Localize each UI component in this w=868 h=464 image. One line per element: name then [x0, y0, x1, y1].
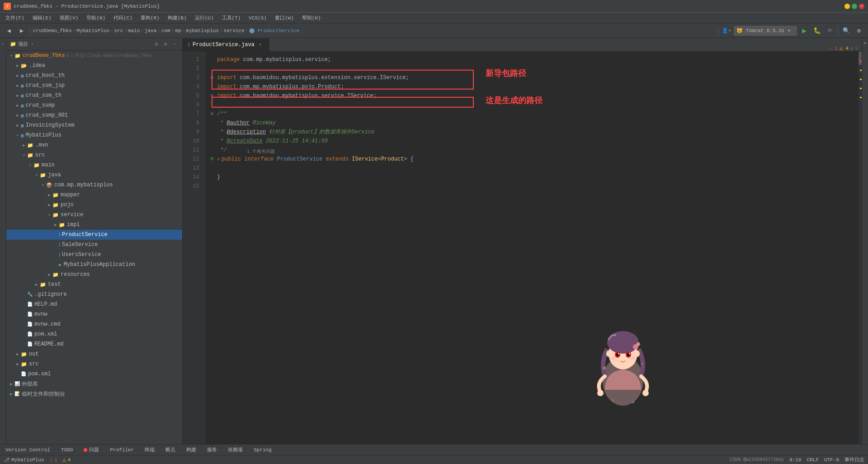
panel-close-button[interactable]: − [170, 40, 179, 48]
tab-issues[interactable]: 问题 [82, 445, 101, 454]
status-errors-item[interactable]: ⚠ 1 [50, 457, 57, 463]
search-button[interactable]: 🔍 [841, 25, 852, 36]
breadcrumb-main[interactable]: main [128, 28, 140, 33]
tree-package[interactable]: ▾ 📦 com.mp.mybatisplus [6, 180, 182, 190]
breadcrumb-service[interactable]: service [224, 28, 245, 33]
tab-spring[interactable]: Spring [252, 446, 274, 454]
menu-build[interactable]: 构建(B) [164, 14, 190, 22]
status-eventlog[interactable]: 事件日志 [844, 456, 864, 463]
tab-dependencies[interactable]: 依赖项 [226, 445, 245, 454]
breadcrumb-mp[interactable]: mp [175, 28, 181, 33]
minimize-button[interactable]: − [844, 4, 850, 9]
tree-pojo[interactable]: ▶ 📁 pojo [6, 200, 182, 210]
tab-close-button[interactable]: × [257, 42, 264, 48]
tree-crud-ssm-th[interactable]: ▶ ▣ crud_ssm_th [6, 90, 182, 100]
breadcrumb-com[interactable]: com [161, 28, 170, 33]
close-button[interactable]: × [859, 4, 864, 9]
editor-tab-productservice[interactable]: Ⅰ ProductService.java × [183, 38, 269, 51]
tree-usersservice[interactable]: Ⅰ UsersService [6, 250, 182, 260]
breadcrumb-java[interactable]: java [145, 28, 156, 33]
tree-invoicing[interactable]: ▶ ▣ InvoicingSystem [6, 120, 182, 130]
tree-impl[interactable]: ▶ 📁 impl [6, 220, 182, 230]
menu-edit[interactable]: 编辑(E) [29, 14, 55, 22]
tab-services[interactable]: 服务 [205, 445, 219, 454]
tree-crud-ssm-jsp[interactable]: ▶ ▣ crud_ssm_jsp [6, 80, 182, 90]
tree-test[interactable]: ▶ 📁 test [6, 279, 182, 289]
code-editor[interactable]: 1 2 3 4 5 6 7 8 9 10 11 12 13 14 15 [183, 52, 862, 444]
run-button[interactable]: ▶ [799, 25, 810, 36]
tree-mvn[interactable]: ▶ 📁 .mvn [6, 140, 182, 150]
code-content[interactable]: package com.mp.mybatisplus.service; ⊟ im… [205, 52, 858, 444]
sidebar-icon-1[interactable]: ▶ [0, 40, 6, 49]
breadcrumb-root[interactable]: crudDemo_fbks [33, 28, 72, 33]
tree-pom-root[interactable]: 📄 pom.xml [6, 369, 182, 379]
tree-saleservice[interactable]: Ⅰ SaleService [6, 240, 182, 250]
tab-version-control[interactable]: Version Control [4, 446, 52, 454]
tree-readme[interactable]: 📄 README.md [6, 339, 182, 349]
panel-dropdown-icon[interactable]: ▾ [31, 41, 34, 47]
tree-crud-ssmp[interactable]: ▶ ▣ crud_ssmp [6, 100, 182, 110]
tree-idea[interactable]: ▶ 📂 .idea [6, 61, 182, 71]
status-warnings-item[interactable]: △ 4 [63, 457, 71, 463]
build-button[interactable]: ⟳ [824, 25, 835, 36]
menu-help[interactable]: 帮助(H) [298, 14, 325, 22]
collapse-all-button[interactable]: ⊟ [152, 40, 160, 48]
tree-gitignore[interactable]: 🔧 .gitignore [6, 289, 182, 299]
tree-service[interactable]: ▾ 📁 service [6, 210, 182, 220]
tree-help[interactable]: 📄 HELP.md [6, 299, 182, 309]
tree-pom[interactable]: 📄 pom.xml [6, 329, 182, 339]
expand-icon[interactable]: ∧ [850, 45, 854, 51]
forward-button[interactable]: ▶ [16, 25, 27, 36]
status-encoding[interactable]: UTF-8 [824, 457, 839, 463]
tree-crud-ssmp-001[interactable]: ▶ ▣ crud_ssmp_001 [6, 110, 182, 120]
menu-view[interactable]: 视图(V) [56, 14, 82, 22]
tree-crud-boot[interactable]: ▶ ▣ crud_boot_th [6, 71, 182, 80]
breadcrumb-src[interactable]: src [114, 28, 123, 33]
debug-button[interactable]: 🐛 [811, 25, 822, 36]
tree-mvnw[interactable]: 📄 mvnw [6, 309, 182, 319]
scrollbar-thumb[interactable] [859, 52, 862, 65]
menu-window[interactable]: 窗口(W) [271, 14, 297, 22]
tree-resources[interactable]: ▶ 📁 resources [6, 270, 182, 279]
rs-icon-1[interactable]: ▲ [863, 40, 867, 46]
profile-button[interactable]: 👤▾ [721, 25, 732, 36]
tree-productservice[interactable]: Ⅰ ProductService [6, 230, 182, 240]
tree-mvnw-cmd[interactable]: 📄 mvnw.cmd [6, 319, 182, 329]
editor-scrollbar[interactable] [858, 52, 862, 444]
menu-refactor[interactable]: 重构(R) [137, 14, 163, 22]
tree-src-root[interactable]: ▶ 📁 src [6, 359, 182, 369]
run-config-selector[interactable]: 🐱 Tomcat 8.5.31 ▾ [734, 26, 797, 36]
menu-vcs[interactable]: VCS(S) [245, 14, 270, 22]
breadcrumb-mybatisplus[interactable]: mybatisplus [186, 28, 219, 33]
menu-code[interactable]: 代码(C) [110, 14, 136, 22]
status-crlf[interactable]: CRLF [807, 457, 819, 463]
tree-scratch[interactable]: ▶ 📝 临时文件和控制台 [6, 389, 182, 399]
tab-terminal[interactable]: 终端 [143, 445, 156, 454]
back-button[interactable]: ◀ [4, 25, 14, 36]
tab-profiler[interactable]: Profiler [108, 446, 136, 454]
menu-run[interactable]: 运行(U) [191, 14, 217, 22]
settings-button[interactable]: ⚙ [854, 25, 864, 36]
tab-todo[interactable]: TODO [59, 446, 75, 454]
tree-external[interactable]: ▶ 📊 外部库 [6, 379, 182, 389]
tree-java[interactable]: ▾ 📁 java [6, 170, 182, 180]
tree-out[interactable]: ▶ 📁 out [6, 349, 182, 359]
tree-application[interactable]: ▶ MybatisPlusApplication [6, 260, 182, 270]
tab-build[interactable]: 构建 [184, 445, 198, 454]
menu-navigate[interactable]: 导航(N) [83, 14, 109, 22]
breadcrumb-module[interactable]: MybatisPlus [76, 28, 109, 33]
tree-src[interactable]: ▾ 📁 src [6, 150, 182, 160]
menu-file[interactable]: 文件(F) [2, 14, 28, 22]
tree-mybatisplus[interactable]: ▾ ▣ MybatisPlus [6, 130, 182, 140]
tree-main[interactable]: ▾ 📁 main [6, 160, 182, 170]
panel-settings-button[interactable]: ⚙ [161, 40, 170, 48]
maximize-button[interactable]: □ [852, 4, 857, 9]
tree-root[interactable]: ▾ 📁 crudDemo_fbks E:\作业\cloud-demo\crudD… [6, 51, 182, 61]
collapse-icon[interactable]: ∨ [855, 45, 858, 51]
window-controls[interactable]: − □ × [844, 4, 864, 9]
menu-tools[interactable]: 工具(T) [218, 14, 245, 22]
status-git[interactable]: ⎇ MybatisPlus [4, 457, 44, 463]
tree-mapper[interactable]: ▶ 📁 mapper [6, 190, 182, 200]
breadcrumb-productservice[interactable]: ⬤ ProductService [249, 28, 299, 33]
tab-breakpoints[interactable]: 断点 [164, 445, 177, 454]
